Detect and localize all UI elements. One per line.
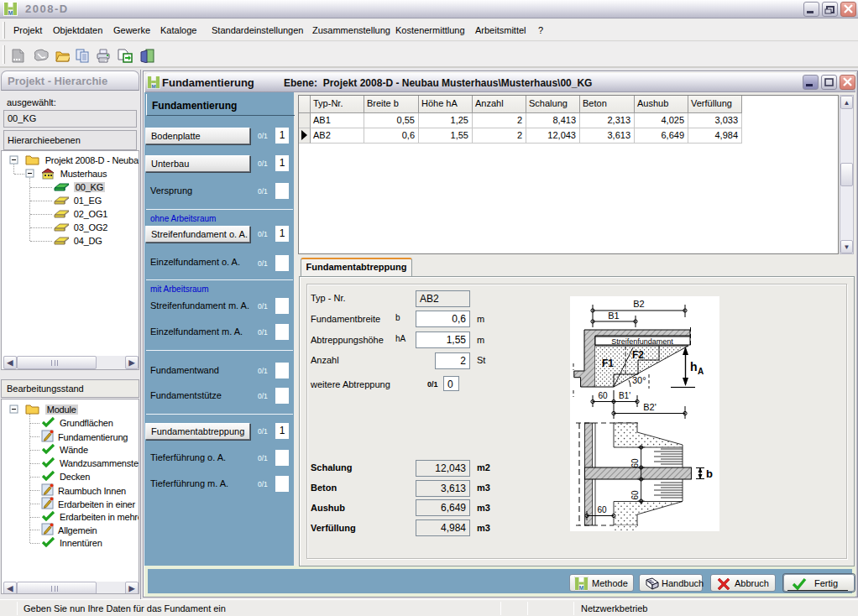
svg-text:F2: F2 <box>632 349 644 361</box>
svg-text:b: b <box>706 467 713 480</box>
svg-text:60: 60 <box>597 505 607 514</box>
svg-text:M: M <box>8 10 13 16</box>
svg-text:B1': B1' <box>619 391 630 400</box>
svg-text:F1: F1 <box>602 358 614 369</box>
svg-text:B1: B1 <box>608 311 619 321</box>
svg-text:60: 60 <box>630 458 640 468</box>
svg-text:M: M <box>151 83 155 89</box>
svg-text:Streifenfundament: Streifenfundament <box>611 337 673 346</box>
svg-text:60: 60 <box>598 391 608 400</box>
svg-text:60: 60 <box>630 490 640 500</box>
svg-text:B2': B2' <box>643 402 657 412</box>
svg-text:A: A <box>698 367 704 376</box>
svg-text:B2: B2 <box>633 299 644 309</box>
svg-text:h: h <box>690 360 698 373</box>
svg-text:30°: 30° <box>632 375 646 385</box>
